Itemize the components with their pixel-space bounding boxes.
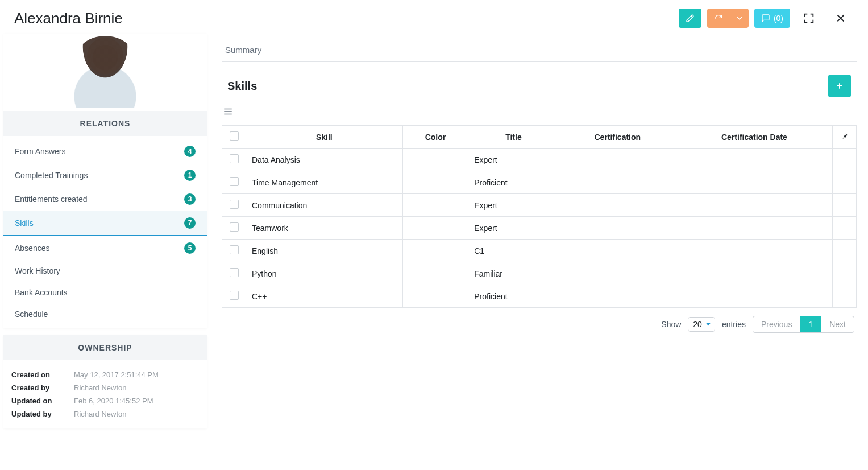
cell-cert_date	[676, 285, 832, 308]
avatar	[68, 34, 142, 108]
cell-skill: C++	[246, 285, 403, 308]
table-row[interactable]: PythonFamiliar	[222, 262, 857, 285]
table-row[interactable]: Data AnalysisExpert	[222, 149, 857, 171]
cell-cert_date	[676, 171, 832, 194]
cell-cert	[559, 217, 676, 240]
row-checkbox[interactable]	[230, 154, 239, 163]
sidebar-item-label: Skills	[15, 218, 34, 228]
cell-cert_date	[676, 217, 832, 240]
ownership-value: Feb 6, 2020 1:45:52 PM	[74, 397, 199, 405]
relations-heading: RELATIONS	[3, 111, 207, 136]
ownership-label: Created by	[11, 384, 74, 392]
ownership-label: Updated on	[11, 397, 74, 405]
avatar-container	[3, 34, 207, 111]
cell-color	[402, 217, 468, 240]
cell-cert	[559, 240, 676, 262]
close-button[interactable]	[828, 9, 854, 28]
sidebar-item-label: Work History	[15, 266, 60, 275]
table-row[interactable]: Time ManagementProficient	[222, 171, 857, 194]
ownership-label: Created on	[11, 370, 74, 379]
sidebar-item-entitlements-created[interactable]: Entitlements created3	[3, 187, 207, 211]
sidebar-item-label: Bank Accounts	[15, 288, 68, 297]
table-menu-button[interactable]	[223, 108, 233, 119]
cell-color	[402, 262, 468, 285]
sidebar-item-absences[interactable]: Absences5	[3, 236, 207, 260]
close-icon	[834, 12, 847, 24]
column-header[interactable]: Certification	[559, 126, 676, 149]
cell-pin	[833, 262, 857, 285]
cell-skill: English	[246, 240, 403, 262]
pager-page-1[interactable]: 1	[800, 316, 821, 332]
column-header[interactable]: Skill	[246, 126, 403, 149]
table-row[interactable]: TeamworkExpert	[222, 217, 857, 240]
sidebar-item-bank-accounts[interactable]: Bank Accounts	[3, 282, 207, 303]
cell-cert	[559, 285, 676, 308]
ownership-value: Richard Newton	[74, 410, 199, 418]
fullscreen-button[interactable]	[796, 9, 822, 28]
column-header[interactable]: Title	[468, 126, 559, 149]
row-checkbox[interactable]	[230, 200, 239, 209]
comment-icon	[761, 14, 770, 23]
cell-color	[402, 285, 468, 308]
sidebar-item-completed-trainings[interactable]: Completed Trainings1	[3, 163, 207, 187]
row-checkbox[interactable]	[230, 245, 239, 254]
table-row[interactable]: CommunicationExpert	[222, 194, 857, 217]
menu-icon	[223, 106, 233, 117]
cell-cert	[559, 262, 676, 285]
page-title: Alexandra Birnie	[14, 10, 123, 27]
table-row[interactable]: C++Proficient	[222, 285, 857, 308]
pin-column-header[interactable]	[833, 126, 857, 149]
row-checkbox[interactable]	[230, 268, 239, 277]
pager-next[interactable]: Next	[821, 316, 854, 332]
pagination: Previous 1 Next	[753, 316, 854, 333]
fullscreen-icon	[803, 12, 815, 24]
pin-icon	[841, 132, 849, 140]
comments-button[interactable]: (0)	[754, 9, 790, 28]
cell-cert_date	[676, 149, 832, 171]
cell-cert	[559, 171, 676, 194]
cell-skill: Teamwork	[246, 217, 403, 240]
header-actions: (0)	[679, 9, 854, 28]
show-label: Show	[661, 320, 681, 329]
plus-icon	[835, 81, 844, 90]
refresh-button[interactable]	[707, 9, 730, 28]
column-header[interactable]: Color	[402, 126, 468, 149]
table-row[interactable]: EnglishC1	[222, 240, 857, 262]
cell-skill: Communication	[246, 194, 403, 217]
cell-pin	[833, 171, 857, 194]
row-checkbox[interactable]	[230, 177, 239, 186]
cell-title: Proficient	[468, 171, 559, 194]
refresh-icon	[714, 14, 723, 23]
cell-color	[402, 149, 468, 171]
row-checkbox[interactable]	[230, 222, 239, 232]
sidebar-item-form-answers[interactable]: Form Answers4	[3, 139, 207, 163]
column-header[interactable]: Certification Date	[676, 126, 832, 149]
ownership-label: Updated by	[11, 410, 74, 418]
pager-previous[interactable]: Previous	[753, 316, 800, 332]
cell-title: Familiar	[468, 262, 559, 285]
cell-skill: Time Management	[246, 171, 403, 194]
edit-button[interactable]	[679, 9, 701, 28]
cell-cert	[559, 194, 676, 217]
add-skill-button[interactable]	[828, 75, 851, 97]
cell-color	[402, 240, 468, 262]
cell-title: Expert	[468, 149, 559, 171]
sidebar-item-label: Completed Trainings	[15, 171, 88, 180]
skills-table: SkillColorTitleCertificationCertificatio…	[222, 125, 857, 308]
sidebar-item-schedule[interactable]: Schedule	[3, 303, 207, 325]
select-all-checkbox[interactable]	[230, 131, 239, 141]
cell-pin	[833, 149, 857, 171]
refresh-dropdown-button[interactable]	[730, 9, 749, 28]
sidebar-item-label: Absences	[15, 244, 49, 253]
cell-color	[402, 194, 468, 217]
table-footer: Show 20 entries Previous 1 Next	[222, 308, 857, 341]
cell-color	[402, 171, 468, 194]
ownership-grid: Created onMay 12, 2017 2:51:44 PMCreated…	[3, 360, 207, 428]
sidebar-item-skills[interactable]: Skills7	[3, 211, 207, 236]
sidebar-item-work-history[interactable]: Work History	[3, 260, 207, 282]
page-size-select[interactable]: 20	[688, 317, 715, 332]
tab-summary[interactable]: Summary	[222, 45, 265, 55]
ownership-value: May 12, 2017 2:51:44 PM	[74, 370, 199, 379]
relations-list: Form Answers4Completed Trainings1Entitle…	[3, 136, 207, 328]
row-checkbox[interactable]	[230, 291, 239, 300]
